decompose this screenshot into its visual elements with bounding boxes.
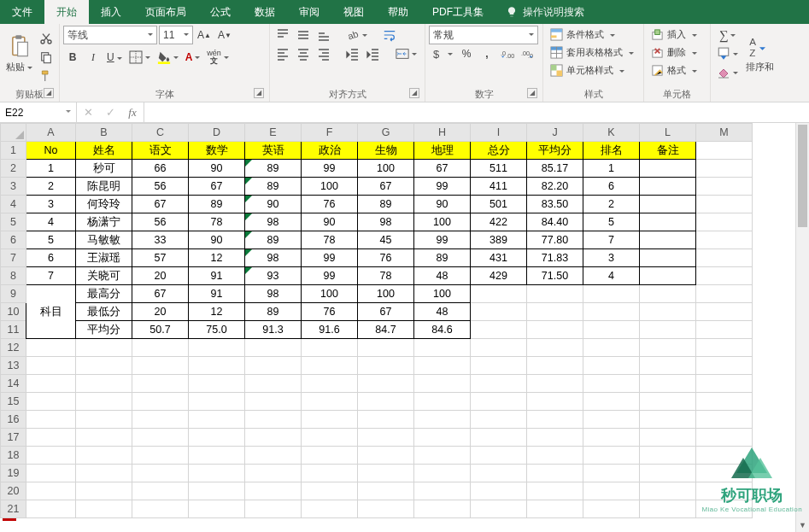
cell[interactable] [696,393,753,411]
cell[interactable] [527,411,583,429]
cell[interactable]: 100 [358,285,414,303]
increase-decimal-button[interactable]: .0.00 [498,44,517,63]
tab-layout[interactable]: 页面布局 [133,0,198,24]
cell[interactable]: 100 [414,213,471,231]
bold-button[interactable]: B [63,48,82,67]
cell[interactable] [696,357,753,375]
cell[interactable]: 何玲玲 [76,196,132,213]
cell[interactable] [414,429,471,447]
cell[interactable]: 84.7 [358,321,414,339]
number-format-select[interactable]: 常规 [429,26,538,44]
cell[interactable] [76,429,132,447]
cell[interactable]: 99 [414,178,471,196]
row-header[interactable]: 5 [1,213,26,231]
cell[interactable]: 20 [132,267,189,285]
cell[interactable] [189,429,245,447]
cell[interactable] [527,339,583,357]
cell[interactable] [189,482,245,500]
tab-data[interactable]: 数据 [243,0,287,24]
cell[interactable]: 20 [132,303,189,321]
insert-function-button[interactable]: fx [121,106,144,120]
cell[interactable]: 语文 [132,142,189,160]
cell[interactable] [414,375,471,393]
cell[interactable]: 98 [358,213,414,231]
row-header[interactable]: 1 [1,142,26,160]
cell[interactable] [640,285,696,303]
cell[interactable] [76,339,132,357]
cell[interactable]: 90 [189,231,245,249]
cell[interactable] [583,303,640,321]
cell[interactable]: 7 [583,231,640,249]
tab-review[interactable]: 审阅 [287,0,331,24]
cell[interactable]: 411 [471,178,527,196]
cell[interactable] [640,178,696,196]
cell[interactable] [132,482,189,500]
cell[interactable] [696,465,753,482]
cell[interactable]: 71.50 [527,267,583,285]
cell[interactable]: 6 [26,249,76,267]
select-all-corner[interactable] [1,124,26,142]
cell[interactable]: 67 [132,285,189,303]
row-header[interactable]: 3 [1,178,26,196]
row-header[interactable]: 16 [1,411,26,429]
cell[interactable] [358,411,414,429]
border-button[interactable] [126,48,153,67]
cell[interactable] [471,429,527,447]
cell[interactable] [583,429,640,447]
cell[interactable]: 99 [302,160,358,178]
cell[interactable] [696,339,753,357]
cell[interactable] [26,375,76,393]
cell[interactable] [358,393,414,411]
column-header[interactable]: I [471,124,527,142]
cell[interactable] [640,429,696,447]
cell[interactable] [414,411,471,429]
tab-file[interactable]: 文件 [0,0,44,24]
row-header[interactable]: 21 [1,500,26,518]
cell[interactable] [189,411,245,429]
italic-button[interactable]: I [84,48,103,67]
cell[interactable]: 431 [471,249,527,267]
cell[interactable] [527,465,583,482]
cell[interactable] [358,500,414,518]
cell[interactable]: 98 [245,249,302,267]
cell[interactable] [640,196,696,213]
tab-help[interactable]: 帮助 [376,0,420,24]
cell[interactable] [132,357,189,375]
column-header[interactable]: G [358,124,414,142]
cell[interactable] [414,357,471,375]
column-header[interactable]: K [583,124,640,142]
decrease-indent-button[interactable] [343,44,362,63]
column-header[interactable]: E [245,124,302,142]
tab-formulas[interactable]: 公式 [198,0,243,24]
percent-button[interactable]: % [457,44,476,63]
cell[interactable]: No [26,142,76,160]
cell[interactable] [189,357,245,375]
cell[interactable] [26,447,76,465]
tab-insert[interactable]: 插入 [89,0,133,24]
cell[interactable] [76,357,132,375]
cell[interactable]: 陈昆明 [76,178,132,196]
cell[interactable] [76,375,132,393]
cell[interactable] [583,375,640,393]
cell[interactable]: 生物 [358,142,414,160]
cell[interactable]: 90 [245,196,302,213]
cell[interactable] [696,482,753,500]
font-color-button[interactable]: A [183,48,203,67]
cell[interactable] [696,160,753,178]
cell[interactable] [640,447,696,465]
cell[interactable] [583,411,640,429]
cell[interactable] [414,465,471,482]
cell[interactable] [132,429,189,447]
cell[interactable]: 89 [414,249,471,267]
tell-me-search[interactable]: 操作说明搜索 [495,0,595,24]
cell[interactable]: 99 [302,249,358,267]
name-box[interactable]: E22 [0,102,77,122]
align-bottom-button[interactable] [314,26,333,44]
cell[interactable] [76,465,132,482]
clipboard-launcher[interactable]: ◢ [44,88,54,98]
cell[interactable] [471,375,527,393]
cell[interactable]: 84.40 [527,213,583,231]
cell[interactable] [527,357,583,375]
cell[interactable] [640,375,696,393]
wrap-text-button[interactable] [380,26,399,44]
